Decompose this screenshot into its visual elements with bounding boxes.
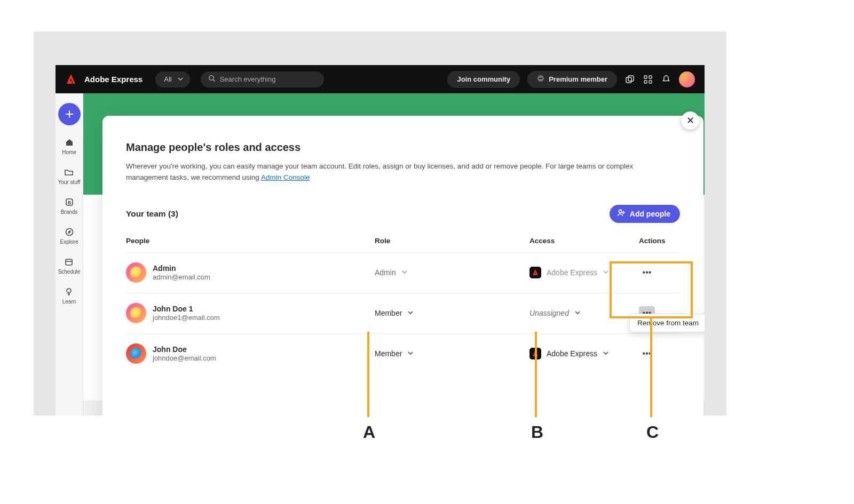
annotation-letter-c: C [646, 422, 659, 442]
apps-grid-icon[interactable] [643, 74, 653, 85]
topbar: Adobe Express All Search everything Join… [56, 65, 705, 93]
svg-point-1 [209, 76, 213, 80]
role-value: Member [375, 349, 402, 358]
sidebar-label: Home [62, 149, 76, 155]
access-dropdown[interactable]: Adobe Express [529, 267, 639, 278]
svg-point-18 [619, 210, 621, 213]
modal-description-text: Wherever you're working, you can easily … [126, 162, 633, 181]
adobe-logo-icon [65, 74, 77, 85]
sidebar-item-home[interactable]: Home [62, 137, 76, 155]
folder-icon [64, 167, 74, 178]
more-icon: ••• [643, 349, 652, 358]
join-community-label: Join community [457, 75, 510, 83]
svg-rect-4 [626, 77, 631, 83]
premium-label: Premium member [549, 75, 607, 83]
add-people-button[interactable]: Add people [610, 205, 680, 223]
person-email: johndoe1@email.com [153, 314, 220, 322]
search-placeholder: Search everything [220, 75, 276, 83]
table-row: John Doe 1 johndoe1@email.com Member Una… [126, 293, 680, 333]
filter-label: All [164, 75, 171, 83]
table-row: Admin admin@email.com Admin Adobe Expres… [126, 252, 680, 293]
app-window: Adobe Express All Search everything Join… [56, 65, 705, 415]
table-header: People Role Access Actions [126, 237, 680, 252]
chevron-down-icon [407, 349, 414, 358]
sidebar-label: Explore [60, 239, 78, 245]
access-dropdown[interactable]: Unassigned [529, 309, 639, 317]
bulb-icon [64, 286, 74, 297]
col-header-people: People [126, 237, 375, 245]
modal-description: Wherever you're working, you can easily … [126, 161, 676, 183]
add-people-label: Add people [630, 210, 670, 218]
annotation-letter-b: B [531, 422, 543, 442]
svg-line-2 [213, 79, 215, 82]
sidebar-item-brands[interactable]: B Brands [61, 197, 78, 215]
bell-icon[interactable] [661, 74, 671, 85]
add-person-icon [617, 209, 626, 219]
role-dropdown[interactable]: Admin [375, 268, 529, 277]
more-icon: ••• [643, 268, 652, 277]
calendar-icon [64, 257, 74, 267]
role-value: Member [375, 309, 402, 317]
remove-from-team-menu-item[interactable]: Remove from team [629, 314, 705, 332]
person-name: Admin [153, 264, 210, 273]
svg-text:B: B [67, 200, 71, 205]
premium-member-button[interactable]: Premium member [527, 71, 617, 88]
chevron-down-icon [407, 309, 414, 317]
team-heading: Your team (3) [126, 209, 178, 219]
sidebar-label: Brands [61, 209, 78, 215]
team-header: Your team (3) Add people [126, 205, 680, 223]
sidebar: Home Your stuff B Brands Explore Schedul… [56, 93, 83, 415]
people-table: People Role Access Actions Admin admin@e… [126, 237, 680, 374]
svg-marker-20 [533, 350, 538, 356]
svg-marker-19 [533, 269, 538, 275]
row-actions-button[interactable]: ••• [639, 347, 655, 361]
filter-dropdown[interactable]: All [155, 71, 189, 87]
sidebar-item-explore[interactable]: Explore [60, 227, 78, 245]
col-header-actions: Actions [639, 237, 680, 245]
sidebar-item-schedule[interactable]: Schedule [58, 257, 81, 275]
admin-console-link[interactable]: Admin Console [261, 173, 310, 181]
create-new-button[interactable] [58, 103, 81, 125]
svg-rect-9 [649, 81, 652, 83]
home-icon [64, 137, 75, 148]
access-dropdown[interactable]: Adobe Express [529, 348, 639, 359]
person-email: johndoe@email.com [153, 354, 216, 362]
table-row: John Doe johndoe@email.com Member Adobe … [126, 333, 680, 374]
search-input[interactable]: Search everything [201, 71, 324, 87]
svg-point-15 [67, 289, 71, 293]
svg-rect-8 [644, 81, 647, 83]
sidebar-label: Learn [62, 299, 76, 305]
access-value: Adobe Express [547, 268, 597, 277]
adobe-express-icon [529, 348, 541, 359]
close-button[interactable]: ✕ [681, 111, 699, 130]
chevron-down-icon [603, 268, 609, 277]
compass-icon [64, 227, 75, 237]
avatar [126, 343, 146, 364]
svg-marker-0 [67, 74, 75, 84]
row-actions-button[interactable]: ••• [639, 266, 655, 279]
col-header-access: Access [529, 237, 639, 245]
avatar [126, 262, 146, 283]
access-value: Adobe Express [547, 349, 597, 358]
join-community-button[interactable]: Join community [447, 71, 520, 88]
sidebar-label: Your stuff [58, 179, 81, 185]
chevron-down-icon [603, 349, 609, 358]
person-email: admin@email.com [153, 273, 210, 281]
search-icon [208, 75, 216, 84]
role-dropdown[interactable]: Member [375, 309, 529, 317]
role-value: Admin [375, 268, 396, 277]
col-header-role: Role [375, 237, 529, 245]
profile-avatar[interactable] [679, 71, 695, 87]
sidebar-item-learn[interactable]: Learn [62, 286, 76, 305]
crown-icon [537, 75, 544, 84]
manage-people-modal: ✕ Manage people's roles and access Where… [102, 116, 703, 415]
modal-title: Manage people's roles and access [126, 141, 680, 154]
sidebar-item-your-stuff[interactable]: Your stuff [58, 167, 81, 185]
role-dropdown[interactable]: Member [375, 349, 529, 358]
share-icon[interactable] [624, 74, 635, 85]
avatar [126, 303, 146, 323]
app-name: Adobe Express [84, 75, 143, 84]
svg-rect-5 [628, 76, 634, 81]
outer-frame: Adobe Express All Search everything Join… [34, 31, 726, 415]
svg-rect-13 [66, 259, 72, 265]
